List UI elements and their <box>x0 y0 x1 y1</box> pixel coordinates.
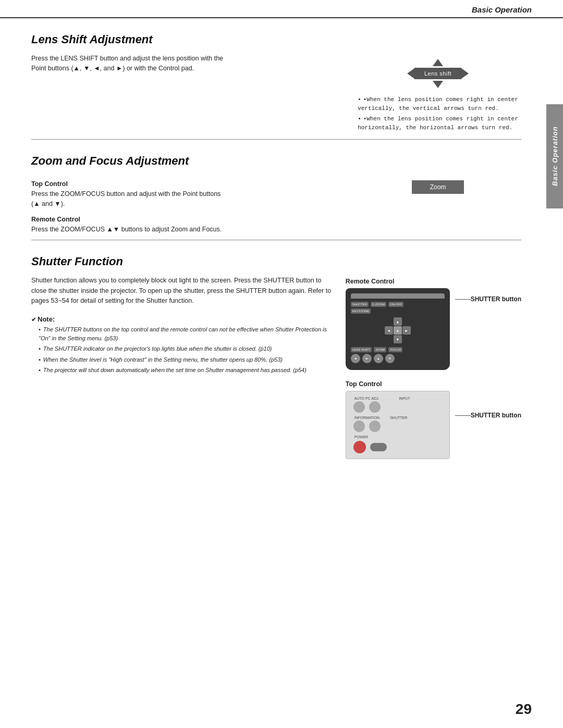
header-title: Basic Operation <box>472 5 532 14</box>
top-control-shutter-label: SHUTTER button <box>471 412 521 419</box>
note-item-2: The SHUTTER indicator on the projector's… <box>39 344 335 353</box>
lens-shift-arrow-right <box>461 68 469 79</box>
tc-input-btn <box>369 401 381 413</box>
page-number: 29 <box>516 701 532 718</box>
lens-shift-note2: •When the lens position comes right in c… <box>358 115 518 132</box>
rc-dpad-br <box>402 335 411 343</box>
rc-dpad: ▲ ◄ ● ► ▼ <box>385 317 411 343</box>
rc-row-1: SHUTTER D.ZOOM ON-OFF <box>351 302 445 307</box>
lens-shift-body1: Press the LENS SHIFT button and adjust t… <box>31 54 344 64</box>
top-control-graphic: AUTO PC ADJ. INPUT INFORMATION SHUTTER <box>346 391 450 459</box>
rc-dpad-right: ► <box>402 326 411 335</box>
tc-power-btn <box>353 441 366 453</box>
rc-dzoom-btn: D.ZOOM <box>371 302 386 307</box>
lens-shift-title: Lens Shift Adjustment <box>31 33 521 46</box>
shutter-body: Shutter function allows you to completel… <box>31 276 335 306</box>
lens-shift-graphic-area: Lens shift •When the lens position comes… <box>354 54 521 134</box>
shutter-graphics: Remote Control SHUTTER D.ZOOM ON-OFF <box>346 276 521 459</box>
zoom-graphic-area: Zoom <box>354 175 521 194</box>
tc-label-row-1: AUTO PC ADJ. INPUT <box>353 397 442 400</box>
rc-onoff-btn: ON-OFF <box>388 302 403 307</box>
tc-info-label: INFORMATION <box>354 416 380 419</box>
rc-dpad-center: ● <box>394 326 402 335</box>
zoom-focus-section: Zoom and Focus Adjustment Top Control Pr… <box>31 154 521 235</box>
page-content: Lens Shift Adjustment Press the LENS SHI… <box>0 18 563 464</box>
rc-dpad-down: ▼ <box>394 335 402 343</box>
tc-power-label: POWER <box>354 435 368 439</box>
remote-control-container: Remote Control SHUTTER D.ZOOM ON-OFF <box>346 278 521 370</box>
rc-top-bar <box>351 293 445 299</box>
tc-label-row-3: POWER <box>353 435 442 439</box>
tc-auto-btn <box>353 401 365 413</box>
callout-line-1 <box>455 299 471 300</box>
zoom-focus-title: Zoom and Focus Adjustment <box>31 154 521 168</box>
lens-shift-arrow-left <box>407 68 414 79</box>
lens-shift-arrow-up <box>433 59 443 66</box>
lens-shift-note1: •When the lens position comes right in c… <box>358 95 518 113</box>
tc-input-label: INPUT <box>399 397 410 400</box>
shutter-button-label: SHUTTER button <box>471 295 521 303</box>
top-control-body2: (▲ and ▼). <box>31 199 344 209</box>
rc-arrow-down2: ▼ <box>385 354 395 363</box>
zoom-focus-content: Top Control Press the ZOOM/FOCUS button … <box>31 175 521 235</box>
tc-bottom-row <box>353 441 442 453</box>
rc-arrow-right2: ► <box>362 354 372 363</box>
lens-shift-center-row: Lens shift <box>407 68 469 79</box>
page-header: Basic Operation <box>0 0 563 18</box>
vertical-sidebar: Basic Operation <box>546 104 563 208</box>
callout-line-2 <box>455 415 471 416</box>
rc-dpad-bl <box>385 335 393 343</box>
lens-shift-label: Lens shift <box>414 68 461 79</box>
rc-arrow-left2: ◄ <box>351 354 360 363</box>
tc-row-1 <box>353 401 442 413</box>
lens-shift-graphic: Lens shift <box>407 59 469 88</box>
note-section: Note: The SHUTTER buttons on the top con… <box>31 315 335 375</box>
lens-shift-section: Lens Shift Adjustment Press the LENS SHI… <box>31 33 521 134</box>
rc-dpad-left: ◄ <box>385 326 393 335</box>
lens-shift-arrow-down <box>433 81 443 88</box>
lens-shift-content: Press the LENS SHIFT button and adjust t… <box>31 54 521 134</box>
top-control-body1: Press the ZOOM/FOCUS button and adjust w… <box>31 189 344 199</box>
tc-shutter-btn <box>369 421 381 432</box>
rc-zoom-btn: ZOOM <box>374 347 386 352</box>
note-item-4: The projector will shut down automatical… <box>39 366 335 375</box>
rc-keystone-btn: KEYSTONE <box>351 309 371 314</box>
zoom-graphic: Zoom <box>412 180 464 194</box>
zoom-focus-text: Top Control Press the ZOOM/FOCUS button … <box>31 175 344 235</box>
shutter-title: Shutter Function <box>31 255 521 268</box>
rc-focus-btn: FOCUS <box>388 347 402 352</box>
main-column: Lens Shift Adjustment Press the LENS SHI… <box>31 18 532 464</box>
note-item-1: The SHUTTER buttons on the top control a… <box>39 325 335 342</box>
rc-dpad-tr <box>402 317 411 326</box>
rc-row-keystone: KEYSTONE <box>351 309 445 314</box>
tc-shutter-label: SHUTTER <box>390 416 407 419</box>
remote-control-body-zoom: Press the ZOOM/FOCUS ▲▼ buttons to adjus… <box>31 225 344 235</box>
shutter-text: Shutter function allows you to completel… <box>31 276 335 459</box>
note-item-3: When the Shutter level is "High contrast… <box>39 355 335 364</box>
shutter-section: Shutter Function Shutter function allows… <box>31 255 521 459</box>
rc-dpad-up: ▲ <box>394 317 402 326</box>
top-control-label: Top Control <box>31 180 344 188</box>
lens-shift-notes: •When the lens position comes right in c… <box>358 95 518 134</box>
tc-info-btn <box>353 421 365 432</box>
section-divider-2 <box>31 240 521 240</box>
rc-row-arrows: ◄ ► ▲ ▼ <box>351 354 445 363</box>
rc-lensshift-btn: LENS SHIFT <box>351 347 372 352</box>
lens-shift-text: Press the LENS SHIFT button and adjust t… <box>31 54 344 74</box>
rc-shutter-btn: SHUTTER <box>351 302 369 307</box>
tc-row-2 <box>353 421 442 432</box>
rc-arrow-up2: ▲ <box>374 354 383 363</box>
remote-control-label: Remote Control <box>346 278 521 285</box>
remote-control-graphic: SHUTTER D.ZOOM ON-OFF KEYSTONE <box>346 288 450 370</box>
remote-control-label-zoom: Remote Control <box>31 216 344 223</box>
rc-dpad-tl <box>385 317 393 326</box>
rc-row-bottom: LENS SHIFT ZOOM FOCUS <box>351 347 445 352</box>
top-control-container: Top Control AUTO PC ADJ. INPUT <box>346 380 521 459</box>
lens-shift-body2: Point buttons (▲, ▼, ◄, and ►) or with t… <box>31 64 344 73</box>
top-control-label-shutter: Top Control <box>346 380 521 388</box>
section-divider-1 <box>31 139 521 140</box>
tc-mode-btn <box>370 443 387 451</box>
note-header: Note: <box>31 315 335 323</box>
tc-label-row-2: INFORMATION SHUTTER <box>353 416 442 419</box>
tc-auto-label: AUTO PC ADJ. <box>354 397 380 400</box>
